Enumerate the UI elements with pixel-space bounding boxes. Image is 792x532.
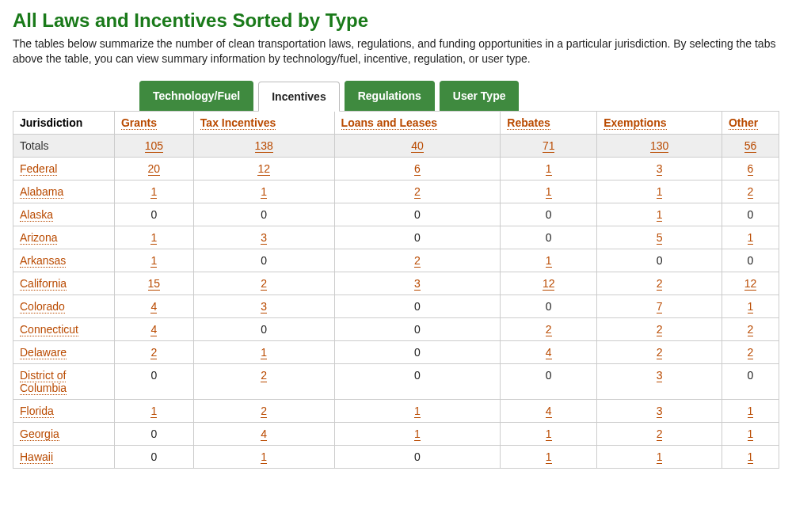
cell-value[interactable]: 1: [193, 445, 334, 468]
cell-value: 0: [334, 226, 501, 249]
cell-value: 0: [334, 317, 501, 340]
cell-value[interactable]: 5: [597, 226, 722, 249]
jurisdiction-cell[interactable]: Federal: [13, 157, 115, 180]
cell-value[interactable]: 1: [501, 157, 597, 180]
cell-value[interactable]: 130: [597, 134, 722, 157]
cell-value[interactable]: 12: [722, 272, 779, 294]
cell-value[interactable]: 1: [193, 340, 334, 363]
cell-value[interactable]: 3: [597, 399, 722, 422]
cell-value[interactable]: 3: [597, 363, 722, 399]
cell-value: 0: [114, 422, 193, 445]
tab-technology-fuel[interactable]: Technology/Fuel: [139, 81, 253, 111]
cell-value[interactable]: 56: [722, 134, 779, 157]
cell-value[interactable]: 138: [193, 134, 334, 157]
cell-value[interactable]: 12: [193, 157, 334, 180]
jurisdiction-cell[interactable]: Arizona: [13, 226, 115, 249]
cell-value[interactable]: 20: [114, 157, 193, 180]
table-row: District of Columbia020030: [13, 363, 779, 399]
cell-value[interactable]: 40: [334, 134, 501, 157]
table-row: Delaware210422: [13, 340, 779, 363]
table-row: Arkansas102100: [13, 249, 779, 272]
cell-value[interactable]: 1: [722, 294, 779, 317]
cell-value[interactable]: 3: [193, 294, 334, 317]
jurisdiction-cell[interactable]: District of Columbia: [13, 363, 115, 399]
tab-user-type[interactable]: User Type: [440, 81, 520, 111]
cell-value[interactable]: 1: [501, 180, 597, 203]
cell-value[interactable]: 3: [597, 157, 722, 180]
cell-value[interactable]: 2: [722, 180, 779, 203]
cell-value[interactable]: 2: [597, 272, 722, 294]
cell-value[interactable]: 1: [722, 422, 779, 445]
cell-value[interactable]: 1: [114, 399, 193, 422]
cell-value[interactable]: 1: [722, 226, 779, 249]
table-row: Connecticut400222: [13, 317, 779, 340]
table-row: Arizona130051: [13, 226, 779, 249]
cell-value[interactable]: 1: [193, 180, 334, 203]
cell-value: 0: [501, 203, 597, 226]
cell-value[interactable]: 4: [193, 422, 334, 445]
cell-value[interactable]: 4: [501, 399, 597, 422]
cell-value[interactable]: 1: [114, 249, 193, 272]
cell-value[interactable]: 1: [722, 445, 779, 468]
cell-value[interactable]: 2: [114, 340, 193, 363]
cell-value[interactable]: 2: [597, 317, 722, 340]
cell-value[interactable]: 1: [597, 445, 722, 468]
table-row: Alabama112112: [13, 180, 779, 203]
col-header-exemptions[interactable]: Exemptions: [597, 111, 722, 134]
col-header-rebates[interactable]: Rebates: [501, 111, 597, 134]
cell-value[interactable]: 1: [334, 422, 501, 445]
jurisdiction-cell[interactable]: Colorado: [13, 294, 115, 317]
col-header-loans-and-leases[interactable]: Loans and Leases: [334, 111, 501, 134]
cell-value[interactable]: 1: [597, 180, 722, 203]
jurisdiction-cell[interactable]: Delaware: [13, 340, 115, 363]
cell-value[interactable]: 6: [334, 157, 501, 180]
cell-value[interactable]: 1: [334, 399, 501, 422]
cell-value[interactable]: 1: [501, 422, 597, 445]
cell-value[interactable]: 1: [114, 226, 193, 249]
col-header-tax-incentives[interactable]: Tax Incentives: [193, 111, 334, 134]
cell-value[interactable]: 2: [334, 180, 501, 203]
cell-value[interactable]: 4: [501, 340, 597, 363]
jurisdiction-cell[interactable]: Hawaii: [13, 445, 115, 468]
cell-value[interactable]: 2: [722, 340, 779, 363]
cell-value[interactable]: 1: [501, 445, 597, 468]
cell-value[interactable]: 7: [597, 294, 722, 317]
table-row: Georgia041121: [13, 422, 779, 445]
col-header-other[interactable]: Other: [722, 111, 779, 134]
col-header-grants[interactable]: Grants: [114, 111, 193, 134]
tab-incentives[interactable]: Incentives: [258, 82, 339, 112]
cell-value[interactable]: 4: [114, 294, 193, 317]
cell-value[interactable]: 6: [722, 157, 779, 180]
jurisdiction-cell[interactable]: Connecticut: [13, 317, 115, 340]
jurisdiction-cell[interactable]: Alabama: [13, 180, 115, 203]
cell-value[interactable]: 71: [501, 134, 597, 157]
jurisdiction-cell[interactable]: Alaska: [13, 203, 115, 226]
cell-value: 0: [334, 445, 501, 468]
cell-value: 0: [193, 249, 334, 272]
cell-value[interactable]: 12: [501, 272, 597, 294]
cell-value[interactable]: 2: [501, 317, 597, 340]
jurisdiction-cell[interactable]: Arkansas: [13, 249, 115, 272]
cell-value: 0: [193, 203, 334, 226]
jurisdiction-cell[interactable]: California: [13, 272, 115, 294]
cell-value[interactable]: 4: [114, 317, 193, 340]
cell-value[interactable]: 2: [193, 363, 334, 399]
cell-value[interactable]: 1: [597, 203, 722, 226]
cell-value[interactable]: 2: [722, 317, 779, 340]
cell-value[interactable]: 2: [597, 340, 722, 363]
col-header-jurisdiction: Jurisdiction: [13, 111, 115, 134]
cell-value[interactable]: 1: [722, 399, 779, 422]
tab-regulations[interactable]: Regulations: [345, 81, 435, 111]
cell-value[interactable]: 2: [334, 249, 501, 272]
jurisdiction-cell[interactable]: Florida: [13, 399, 115, 422]
cell-value[interactable]: 3: [334, 272, 501, 294]
cell-value[interactable]: 15: [114, 272, 193, 294]
cell-value[interactable]: 3: [193, 226, 334, 249]
jurisdiction-cell[interactable]: Georgia: [13, 422, 115, 445]
cell-value[interactable]: 105: [114, 134, 193, 157]
cell-value[interactable]: 2: [193, 272, 334, 294]
cell-value[interactable]: 1: [114, 180, 193, 203]
cell-value[interactable]: 1: [501, 249, 597, 272]
cell-value[interactable]: 2: [193, 399, 334, 422]
cell-value[interactable]: 2: [597, 422, 722, 445]
